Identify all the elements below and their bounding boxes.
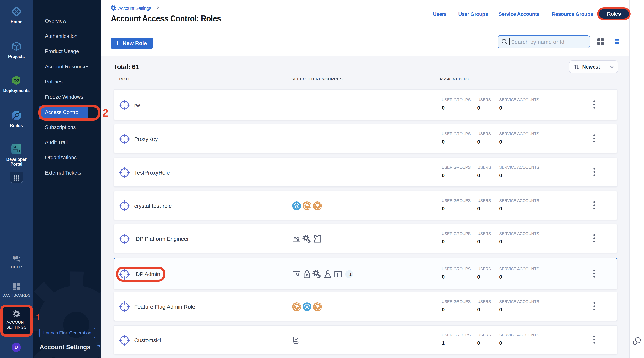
svg-text:?: ? (14, 256, 16, 259)
